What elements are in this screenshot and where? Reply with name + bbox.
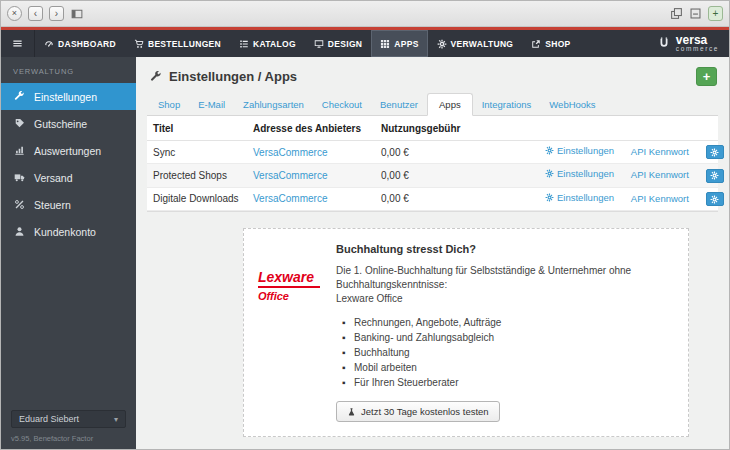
gear-icon [437, 39, 447, 49]
trial-cta-button[interactable]: Jetzt 30 Tage kostenlos testen [336, 401, 500, 422]
app-fee: 0,00 € [375, 187, 525, 210]
lexware-logo-rule [258, 286, 320, 288]
sidebar-toggle-icon[interactable] [70, 8, 84, 20]
promo-feature: Mobil arbeiten [342, 360, 674, 375]
column-header-anbieter: Adresse des Anbieters [247, 116, 375, 141]
tab-webhooks[interactable]: WebHooks [540, 94, 604, 115]
sidebar-section-title: VERWALTUNG [1, 57, 136, 83]
column-header-titel: Titel [147, 116, 247, 141]
browser-back-button[interactable]: ‹ [28, 6, 43, 21]
user-account-dropdown[interactable]: Eduard Siebert ▾ [11, 410, 126, 428]
sidebar-item-auswertungen[interactable]: Auswertungen [1, 137, 136, 164]
nav-label: DASHBOARD [58, 39, 116, 49]
nav-item-bestellungen[interactable]: BESTELLUNGEN [125, 30, 230, 57]
apps-table-panel: Titel Adresse des Anbieters Nutzungsgebü… [147, 116, 718, 212]
downloads-panel-icon[interactable] [689, 7, 702, 20]
provider-link[interactable]: VersaCommerce [253, 193, 327, 204]
wrench-icon [13, 91, 26, 102]
sidebar-item-label: Versand [34, 172, 73, 184]
page-title: Einstellungen / Apps [169, 69, 297, 84]
window-close-button[interactable]: × [7, 6, 22, 21]
version-label: v5.95, Benefactor Factor [11, 434, 126, 443]
percent-icon [13, 199, 26, 210]
sidebar-item-label: Kundenkonto [34, 226, 96, 238]
gear-icon [545, 193, 554, 202]
app-config-button[interactable] [706, 145, 724, 159]
nav-item-katalog[interactable]: KATALOG [230, 30, 305, 57]
cart-icon [134, 39, 144, 49]
sidebar-item-label: Steuern [34, 199, 71, 211]
sidebar-item-gutscheine[interactable]: Gutscheine [1, 110, 136, 137]
sidebar-item-label: Auswertungen [34, 145, 101, 157]
sidebar-item-kundenkonto[interactable]: Kundenkonto [1, 218, 136, 245]
catalog-list-icon [239, 39, 249, 49]
settings-tabs: Shop E-Mail Zahlungsarten Checkout Benut… [147, 93, 718, 116]
api-password-link[interactable]: API Kennwort [631, 193, 689, 204]
nav-item-design[interactable]: DESIGN [305, 30, 371, 57]
tab-checkout[interactable]: Checkout [313, 94, 371, 115]
tab-overview-icon[interactable] [670, 7, 683, 20]
monitor-icon [314, 39, 324, 49]
tab-benutzer[interactable]: Benutzer [371, 94, 427, 115]
new-tab-button[interactable]: + [708, 6, 723, 21]
app-title: Protected Shops [147, 164, 247, 187]
tab-email[interactable]: E-Mail [189, 94, 234, 115]
app-title: Digitale Downloads [147, 187, 247, 210]
sidebar-footer: Eduard Siebert ▾ v5.95, Benefactor Facto… [1, 402, 136, 449]
app-settings-link[interactable]: Einstellungen [545, 168, 614, 179]
column-header-nutzungsgebuehr: Nutzungsgebühr [375, 116, 525, 141]
provider-link[interactable]: VersaCommerce [253, 170, 327, 181]
truck-icon [13, 172, 26, 183]
browser-chrome: × ‹ › + [1, 1, 729, 27]
sidebar-item-label: Gutscheine [34, 118, 87, 130]
content-area: Shop E-Mail Zahlungsarten Checkout Benut… [136, 93, 729, 449]
hamburger-icon [12, 38, 23, 49]
menu-toggle-button[interactable] [1, 30, 35, 57]
tab-zahlungsarten[interactable]: Zahlungsarten [234, 94, 313, 115]
sidebar-item-steuern[interactable]: Steuern [1, 191, 136, 218]
promo-feature-list: Rechnungen, Angebote, Aufträge Banking- … [342, 315, 674, 390]
provider-link[interactable]: VersaCommerce [253, 147, 327, 158]
tab-apps[interactable]: Apps [427, 93, 473, 116]
lexware-logo-subtext: Office [258, 290, 324, 302]
gear-icon [545, 146, 554, 155]
flask-icon [347, 407, 356, 417]
add-app-button[interactable]: + [696, 67, 717, 86]
browser-forward-button[interactable]: › [49, 6, 64, 21]
main-content: Einstellungen / Apps + Shop E-Mail Zahlu… [136, 57, 729, 449]
sidebar-item-versand[interactable]: Versand [1, 164, 136, 191]
app-config-button[interactable] [706, 169, 724, 183]
promo-heading: Buchhaltung stresst Dich? [336, 243, 674, 255]
app-settings-link[interactable]: Einstellungen [545, 145, 614, 156]
tag-icon [13, 118, 26, 129]
top-navigation: DASHBOARD BESTELLUNGEN KATALOG DESIGN AP… [1, 30, 729, 57]
nav-item-dashboard[interactable]: DASHBOARD [35, 30, 125, 57]
api-password-link[interactable]: API Kennwort [631, 146, 689, 157]
browser-window: × ‹ › + DASHBOARD [0, 0, 730, 450]
nav-item-shop[interactable]: SHOP [522, 30, 579, 57]
logo-text-secondary: commerce [676, 46, 719, 53]
nav-item-verwaltung[interactable]: VERWALTUNG [428, 30, 523, 57]
app-config-button[interactable] [706, 192, 724, 206]
trial-cta-label: Jetzt 30 Tage kostenlos testen [361, 406, 489, 417]
nav-label: KATALOG [253, 39, 296, 49]
sidebar-item-einstellungen[interactable]: Einstellungen [1, 83, 136, 110]
app-title: Sync [147, 141, 247, 164]
nav-label: APPS [394, 39, 418, 49]
person-icon [13, 226, 26, 237]
user-name: Eduard Siebert [19, 414, 79, 424]
promo-feature: Banking- und Zahlungsabgleich [342, 330, 674, 345]
nav-label: VERWALTUNG [451, 39, 514, 49]
lexware-promo-box: Lexware Office Buchhaltung stresst Dich?… [243, 228, 689, 437]
external-link-icon [531, 39, 541, 49]
bar-chart-icon [13, 145, 26, 156]
tab-shop[interactable]: Shop [149, 94, 189, 115]
app-settings-link[interactable]: Einstellungen [545, 192, 614, 203]
tab-integrations[interactable]: Integrations [473, 94, 541, 115]
table-row: Sync VersaCommerce 0,00 € Einstellungen … [147, 141, 718, 164]
nav-item-apps[interactable]: APPS [371, 30, 427, 57]
apps-grid-icon [380, 39, 390, 49]
api-password-link[interactable]: API Kennwort [631, 169, 689, 180]
table-row: Protected Shops VersaCommerce 0,00 € Ein… [147, 164, 718, 187]
nav-label: SHOP [545, 39, 570, 49]
